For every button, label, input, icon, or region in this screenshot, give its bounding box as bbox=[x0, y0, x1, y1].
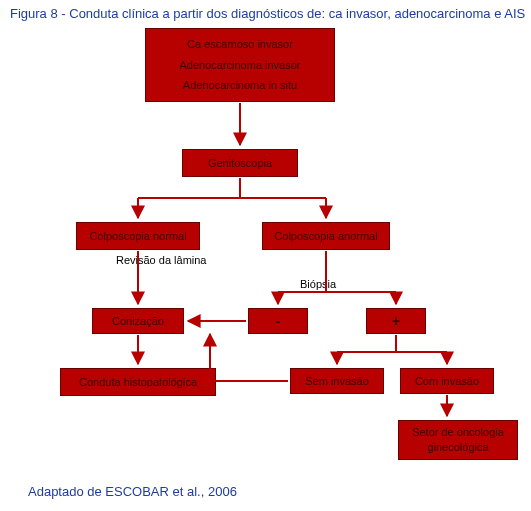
node-conizacao: Conização bbox=[92, 308, 184, 334]
node-genitoscopia: Genitoscopia bbox=[182, 149, 298, 177]
node-diagnostics: Ca escamoso invasor Adenocarcinoma invas… bbox=[145, 28, 335, 102]
node-biopsy-positive: + bbox=[366, 308, 426, 334]
node-sem-invasao: Sem invasão bbox=[290, 368, 384, 394]
label-biopsia: Biópsia bbox=[300, 278, 336, 290]
label-revisao-lamina: Revisão da lâmina bbox=[116, 254, 207, 266]
node-biopsy-negative: - bbox=[248, 308, 308, 334]
diag-line-2: Adenocarcinoma invasor bbox=[179, 58, 300, 73]
node-colposcopia-normal: Colposcopia normal bbox=[76, 222, 200, 250]
node-conduta-histopatologica: Conduta histopatológica bbox=[60, 368, 216, 396]
diag-line-1: Ca escamoso invasor bbox=[187, 37, 293, 52]
diag-line-3: Adenocarcinoma in situ bbox=[183, 78, 297, 93]
node-oncologia-ginecologica: Setor de oncologia ginecológica bbox=[398, 420, 518, 460]
figure-title: Figura 8 - Conduta clínica a partir dos … bbox=[10, 6, 525, 21]
figure-footer: Adaptado de ESCOBAR et al., 2006 bbox=[28, 484, 237, 499]
node-com-invasao: Com invasão bbox=[400, 368, 494, 394]
node-colposcopia-anormal: Colposcopia anormal bbox=[262, 222, 390, 250]
